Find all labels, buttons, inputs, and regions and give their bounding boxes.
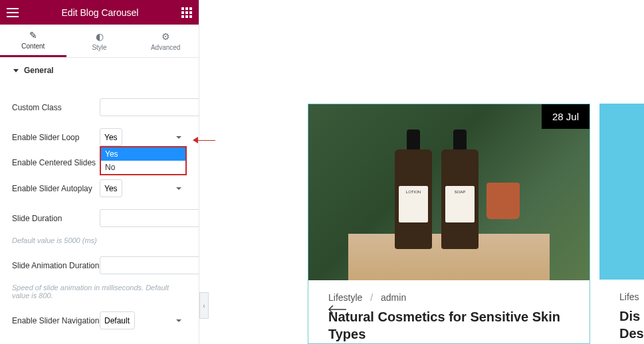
bottle-label: SOAP — [445, 186, 475, 222]
tab-content[interactable]: ✎ Content — [0, 25, 66, 57]
enable-autoplay-label: Enable Slider Autoplay — [12, 184, 100, 193]
controls-area: Custom Class ≡ Enable Slider Loop Yes Ye… — [0, 83, 199, 344]
date-badge: 28 Jul — [542, 104, 590, 129]
arrow-left-icon — [328, 305, 346, 314]
control-enable-navigation: Enable Slider Navigation Default — [12, 311, 187, 329]
image-bottle: LOTION — [395, 149, 432, 249]
chevron-down-icon — [176, 187, 181, 190]
card-image: LOTION SOAP 28 Jul — [308, 104, 590, 280]
tab-advanced-label: Advanced — [151, 44, 180, 51]
option-no[interactable]: No — [101, 161, 185, 174]
tab-advanced[interactable]: ⚙ Advanced — [132, 25, 199, 57]
title-fragment: Dis — [619, 309, 640, 323]
panel-title: Edit Blog Carousel — [62, 7, 139, 18]
apps-icon[interactable] — [181, 7, 192, 18]
card-category[interactable]: Lifestyle — [328, 292, 362, 303]
slide-duration-label: Slide Duration — [12, 214, 100, 223]
enable-centered-label: Enable Centered Slides — [12, 158, 100, 167]
enable-loop-dropdown: Yes No — [100, 146, 187, 175]
control-custom-class: Custom Class ≡ — [12, 98, 187, 116]
caret-down-icon — [13, 69, 19, 72]
enable-navigation-label: Enable Slider Navigation — [12, 316, 100, 325]
pencil-icon: ✎ — [29, 30, 37, 41]
slide-anim-duration-input[interactable] — [100, 256, 199, 274]
enable-loop-label: Enable Slider Loop — [12, 133, 100, 142]
slide-duration-input[interactable] — [100, 209, 199, 227]
annotation-arrow-head-icon — [193, 137, 198, 143]
chevron-down-icon — [176, 136, 181, 139]
editor-panel: Edit Blog Carousel ✎ Content ◐ Style ⚙ A… — [0, 0, 199, 344]
panel-collapse-handle[interactable]: ‹ — [199, 292, 209, 319]
enable-navigation-select[interactable]: Default — [100, 311, 135, 329]
slide-anim-duration-label: Slide Animation Duration — [12, 261, 100, 270]
custom-class-input[interactable] — [100, 98, 199, 116]
section-general-label: General — [24, 66, 54, 75]
option-yes[interactable]: Yes — [101, 147, 185, 161]
card-author[interactable]: admin — [381, 292, 406, 303]
enable-autoplay-select[interactable]: Yes — [100, 179, 122, 197]
card-body: Lifestyle / admin Natural Cosmetics for … — [308, 280, 590, 344]
image-bottle: SOAP — [441, 149, 479, 249]
tab-content-label: Content — [21, 43, 45, 50]
blog-card: LOTION SOAP 28 Jul Lifestyle / admin Nat… — [308, 104, 590, 344]
control-enable-autoplay: Enable Slider Autoplay Yes — [12, 179, 187, 197]
card-meta: Lifestyle / admin — [328, 292, 570, 303]
control-enable-loop: Enable Slider Loop Yes Yes No — [12, 128, 187, 146]
card-title[interactable]: Natural Cosmetics for Sensitive Skin Typ… — [328, 308, 570, 343]
tabs: ✎ Content ◐ Style ⚙ Advanced — [0, 25, 199, 58]
custom-class-label: Custom Class — [12, 103, 100, 112]
blog-card-next: Lifes Dis Des — [599, 104, 644, 344]
tab-style-label: Style — [92, 44, 106, 51]
enable-loop-select[interactable]: Yes — [100, 128, 122, 146]
control-slide-anim-duration: Slide Animation Duration ≡ — [12, 256, 187, 274]
chevron-down-icon — [176, 319, 181, 322]
slide-anim-duration-help: Speed of slide animation in milliseconds… — [12, 284, 187, 300]
card-body: Lifes Dis Des — [599, 280, 644, 344]
image-pot — [486, 183, 520, 219]
tab-style[interactable]: ◐ Style — [66, 25, 133, 57]
menu-icon[interactable] — [7, 8, 19, 17]
meta-separator: / — [370, 292, 373, 303]
card-title[interactable]: Dis Des — [619, 307, 624, 342]
half-circle-icon: ◐ — [96, 31, 104, 42]
gear-icon: ⚙ — [161, 31, 170, 42]
slide-duration-help: Default value is 5000 (ms) — [12, 236, 187, 244]
panel-header: Edit Blog Carousel — [0, 0, 199, 25]
annotation-arrow-line — [197, 140, 215, 141]
section-general[interactable]: General — [0, 58, 199, 83]
title-fragment: Des — [619, 326, 644, 341]
carousel-prev-arrow[interactable] — [328, 302, 346, 317]
bottle-label: LOTION — [399, 186, 428, 222]
control-slide-duration: Slide Duration ≡ — [12, 209, 187, 227]
card-category[interactable]: Lifes — [619, 292, 624, 302]
